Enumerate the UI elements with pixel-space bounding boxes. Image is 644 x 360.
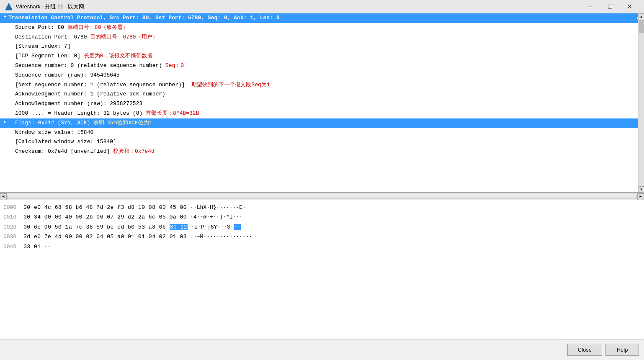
help-button[interactable]: Help	[605, 344, 639, 356]
expand-tcp-icon[interactable]	[2, 14, 8, 21]
dest-port-text: Destination Port: 6780	[15, 34, 90, 40]
checksum-row: Checksum: 0x7e4d [unverified] 校验和：0x7e4d	[0, 147, 644, 157]
dest-port-row: Destination Port: 6780 目的端口号：6780（用户）	[0, 33, 644, 42]
scroll-down-btn[interactable]: ▼	[639, 186, 644, 192]
next-seq-annotation: 期望收到的下一个报文段Seq为1	[191, 82, 270, 88]
flags-annotation: 表明 SYN位和ACK位为1	[93, 120, 152, 126]
checksum-annotation: 校验和：0x7e4d	[113, 148, 155, 154]
hex-offset-0020: 0020	[3, 222, 23, 232]
hex-row-0010: 0010 00 34 00 00 40 00 2b 06 07 29 d2 2a…	[3, 212, 641, 222]
header-length-annotation: 首部长度：8*4B=32B	[146, 110, 199, 116]
flags-row[interactable]: Flags: 0x012 (SYN, ACK) 表明 SYN位和ACK位为1	[0, 118, 644, 128]
horizontal-scrollbar[interactable]: ◄ ►	[0, 193, 644, 200]
titlebar: Wireshark · 分组 11 · 以太网 ─ □ ✕	[0, 0, 644, 13]
tcp-seg-len-text: [TCP Segment Len: 0]	[15, 53, 84, 59]
window-size-row: Window size value: 15840	[0, 128, 644, 138]
scroll-track	[639, 19, 644, 186]
tcp-seg-len-row: [TCP Segment Len: 0] 长度为0，该报文不携带数据	[0, 51, 644, 61]
header-length-text: 1000 .... = Header Length: 32 bytes (8)	[15, 110, 146, 116]
stream-index-row: [Stream index: 7]	[0, 42, 644, 51]
packet-detail-pane[interactable]: Transmission Control Protocol, Src Port:…	[0, 13, 644, 193]
hex-row-0040: 0040 03 01 ··	[3, 242, 641, 252]
source-port-annotation: 源端口号：80（服务器）	[67, 24, 129, 31]
ack-number-raw-row: Acknowledgment number (raw): 2958272523	[0, 99, 644, 109]
hex-bytes-0010: 00 34 00 00 40 00 2b 06 07 29 d2 2a 6c 0…	[23, 212, 187, 222]
seq-number-annotation: Seq：0	[165, 62, 184, 69]
ack-number-row: Acknowledgment number: 1 (relative ack n…	[0, 90, 644, 99]
tcp-header-text: Transmission Control Protocol, Src Port:…	[8, 14, 636, 23]
seq-number-raw-text: Sequence number (raw): 945405645	[15, 71, 642, 80]
hex-bytes-0040: 03 01	[23, 242, 41, 252]
scroll-thumb[interactable]	[639, 20, 644, 33]
header-length-row: 1000 .... = Header Length: 32 bytes (8) …	[0, 109, 644, 118]
hex-ascii-0010: ·4··@·+··)·*l···	[190, 212, 242, 222]
hex-offset-0040: 0040	[3, 242, 23, 252]
hex-bytes-0020: 00 6c 00 50 1a 7c 38 59 be cd b0 53 a8 0…	[23, 222, 188, 232]
hex-ascii-0020: ·l·P·|8Y···S···	[191, 222, 241, 232]
hex-highlight-8012: 80 12	[170, 224, 188, 230]
ack-number-raw-text: Acknowledgment number (raw): 2958272523	[15, 100, 642, 108]
hscroll-right-btn[interactable]: ►	[637, 193, 644, 200]
hscroll-track	[7, 195, 637, 199]
hex-offset-0030: 0030	[3, 232, 23, 242]
hex-bytes-0000: 00 e0 4c 68 58 b6 48 7d 2e f3 d8 10 08 0…	[23, 203, 187, 212]
hex-offset-0000: 0000	[3, 203, 23, 212]
source-port-text: Source Port: 80	[15, 24, 67, 31]
next-seq-row: [Next sequence number: 1 (relative seque…	[0, 80, 644, 90]
hex-offset-0010: 0010	[3, 212, 23, 222]
close-window-button[interactable]: ✕	[620, 0, 639, 13]
seq-number-raw-row: Sequence number (raw): 945405645	[0, 71, 644, 80]
stream-index-text: [Stream index: 7]	[15, 42, 642, 51]
scroll-up-btn[interactable]: ▲	[639, 13, 644, 19]
hex-bytes-0030: 3d e0 7e 4d 00 00 02 04 05 a0 01 01 04 0…	[23, 232, 187, 242]
hex-row-0020: 0020 00 6c 00 50 1a 7c 38 59 be cd b0 53…	[3, 222, 641, 232]
hex-ascii-0040: ··	[44, 242, 51, 252]
window-size-text: Window size value: 15840	[15, 129, 642, 137]
bottom-bar: Close Help	[0, 339, 644, 360]
hex-ascii-0000: ··LhX·H}·······E·	[190, 203, 246, 212]
dest-port-annotation: 目的端口号：6780（用户）	[90, 34, 157, 40]
calc-window-text: [Calculated window size: 15840]	[15, 138, 642, 147]
seq-number-text: Sequence number: 0 (relative sequence nu…	[15, 62, 165, 69]
calc-window-row: [Calculated window size: 15840]	[0, 137, 644, 147]
maximize-button[interactable]: □	[600, 0, 620, 13]
close-button[interactable]: Close	[567, 344, 602, 356]
hex-ascii-highlight-8012: ··	[234, 224, 241, 230]
hex-row-0000: 0000 00 e0 4c 68 58 b6 48 7d 2e f3 d8 10…	[3, 203, 641, 212]
hscroll-left-btn[interactable]: ◄	[0, 193, 7, 200]
app-icon	[5, 3, 13, 10]
minimize-button[interactable]: ─	[581, 0, 600, 13]
tcp-seg-len-annotation: 长度为0，该报文不携带数据	[84, 53, 152, 59]
window-title: Wireshark · 分组 11 · 以太网	[16, 3, 581, 10]
flags-text: Flags: 0x012 (SYN, ACK)	[15, 120, 93, 126]
window-controls: ─ □ ✕	[581, 0, 639, 13]
source-port-row: Source Port: 80 源端口号：80（服务器）	[0, 23, 644, 33]
hex-ascii-0030: =·~M···············	[190, 232, 252, 242]
ack-number-text: Acknowledgment number: 1 (relative ack n…	[15, 90, 642, 99]
hex-dump-pane[interactable]: 0000 00 e0 4c 68 58 b6 48 7d 2e f3 d8 10…	[0, 200, 644, 339]
checksum-text: Checksum: 0x7e4d [unverified]	[15, 148, 113, 154]
next-seq-text: [Next sequence number: 1 (relative seque…	[15, 82, 185, 88]
seq-number-row: Sequence number: 0 (relative sequence nu…	[0, 61, 644, 71]
main-content: Transmission Control Protocol, Src Port:…	[0, 13, 644, 360]
detail-scrollbar[interactable]: ▲ ▼	[638, 13, 644, 192]
expand-flags-icon[interactable]	[2, 119, 8, 126]
hex-row-0030: 0030 3d e0 7e 4d 00 00 02 04 05 a0 01 01…	[3, 232, 641, 242]
tcp-header-row[interactable]: Transmission Control Protocol, Src Port:…	[0, 13, 644, 23]
